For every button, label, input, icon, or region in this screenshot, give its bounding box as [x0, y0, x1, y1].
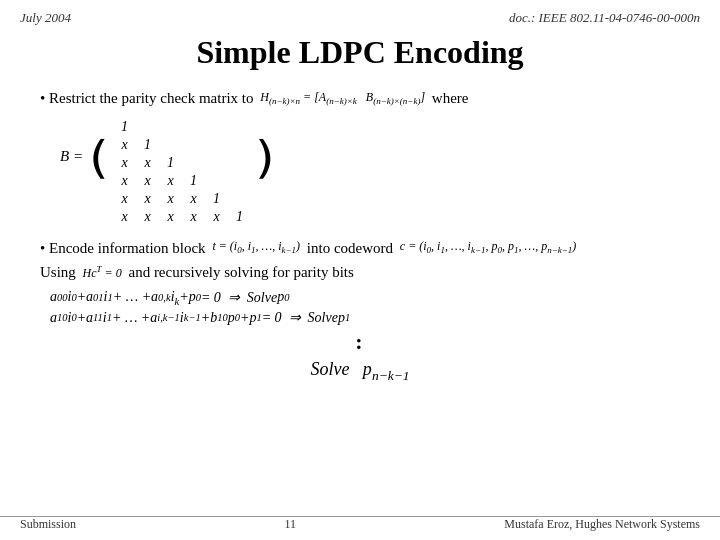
main-title: Simple LDPC Encoding — [196, 34, 523, 70]
table-cell: x — [113, 190, 136, 208]
table-cell — [205, 154, 228, 172]
h-formula: H(n−k)×n = [A(n−k)×k B(n−k)×(n−k)] — [260, 88, 425, 109]
table-cell: x — [136, 208, 159, 226]
matrix-right-bracket: ⁾ — [255, 138, 275, 206]
eq-line-1: a00i0 + a01i1 + … + a0,k ik + p0 = 0 ⇒ S… — [50, 289, 680, 307]
table-cell: x — [159, 172, 182, 190]
matrix-left-bracket: ⁽ — [89, 138, 109, 206]
table-cell: x — [159, 208, 182, 226]
hc-formula: HcT = 0 — [83, 264, 122, 281]
table-cell: 1 — [205, 190, 228, 208]
eq-line-2: a10i0 + a11i1 + … + ai,k−1 ik−1 + b10p0 … — [50, 309, 680, 326]
table-cell — [136, 118, 159, 136]
table-cell: 1 — [113, 118, 136, 136]
table-cell: 1 — [228, 208, 251, 226]
table-row: x x x 1 — [113, 172, 251, 190]
table-cell: x — [182, 208, 205, 226]
bullet1-row: • Restrict the parity check matrix to H(… — [40, 87, 680, 110]
table-cell: x — [205, 208, 228, 226]
bullet2-prefix: • Encode information block — [40, 236, 206, 260]
equations-section: a00i0 + a01i1 + … + a0,k ik + p0 = 0 ⇒ S… — [50, 289, 680, 327]
using-prefix: Using — [40, 264, 76, 281]
table-cell: x — [113, 208, 136, 226]
matrix-bracket-container: ⁽ 1 x 1 x — [89, 118, 275, 226]
header: July 2004 doc.: IEEE 802.11-04-0746-00-0… — [0, 0, 720, 30]
header-doc: doc.: IEEE 802.11-04-0746-00-000n — [509, 10, 700, 26]
table-cell — [228, 172, 251, 190]
table-cell: x — [182, 190, 205, 208]
table-cell: 1 — [136, 136, 159, 154]
table-cell: x — [113, 154, 136, 172]
solve-row: Solve pn−k−1 — [40, 359, 680, 384]
dots-row: : — [40, 329, 680, 355]
table-row: x x x x 1 — [113, 190, 251, 208]
c-formula: c = (i0, i1, …, ik−1, p0, p1, …, pn−k−1) — [400, 237, 577, 258]
bullet2-row: • Encode information block t = (i0, i1, … — [40, 236, 680, 260]
content: • Restrict the parity check matrix to H(… — [0, 81, 720, 384]
table-cell — [159, 136, 182, 154]
table-cell — [228, 136, 251, 154]
table-cell: x — [136, 190, 159, 208]
footer-center: 11 — [284, 517, 296, 532]
table-row: x x x x x 1 — [113, 208, 251, 226]
table-cell — [182, 154, 205, 172]
table-cell — [205, 136, 228, 154]
solve-text: Solve pn−k−1 — [310, 359, 409, 379]
bullet1-suffix: where — [432, 87, 469, 110]
table-row: x x 1 — [113, 154, 251, 172]
table-cell: x — [113, 172, 136, 190]
dots: : — [355, 329, 364, 354]
bullet2-middle: into codeword — [307, 236, 393, 260]
table-cell: x — [136, 154, 159, 172]
using-suffix: and recursively solving for parity bits — [128, 264, 353, 281]
bullet1-prefix: • Restrict the parity check matrix to — [40, 87, 254, 110]
using-row: Using HcT = 0 and recursively solving fo… — [40, 264, 680, 281]
table-row: x 1 — [113, 136, 251, 154]
header-date: July 2004 — [20, 10, 71, 26]
table-cell: 1 — [159, 154, 182, 172]
footer-right: Mustafa Eroz, Hughes Network Systems — [504, 517, 700, 532]
table-cell — [182, 118, 205, 136]
title-section: Simple LDPC Encoding — [0, 30, 720, 81]
table-row: 1 — [113, 118, 251, 136]
t-formula: t = (i0, i1, …, ik−1) — [212, 237, 300, 258]
matrix-section: B = ⁽ 1 x 1 — [60, 118, 680, 226]
footer: Submission 11 Mustafa Eroz, Hughes Netwo… — [0, 516, 720, 532]
table-cell — [205, 118, 228, 136]
matrix-label: B = — [60, 118, 83, 165]
table-cell — [228, 190, 251, 208]
table-cell — [205, 172, 228, 190]
table-cell — [159, 118, 182, 136]
table-cell: 1 — [182, 172, 205, 190]
footer-left: Submission — [20, 517, 76, 532]
table-cell — [182, 136, 205, 154]
table-cell: x — [113, 136, 136, 154]
matrix-table: 1 x 1 x x 1 — [113, 118, 251, 226]
table-cell — [228, 118, 251, 136]
table-cell — [228, 154, 251, 172]
table-cell: x — [159, 190, 182, 208]
table-cell: x — [136, 172, 159, 190]
